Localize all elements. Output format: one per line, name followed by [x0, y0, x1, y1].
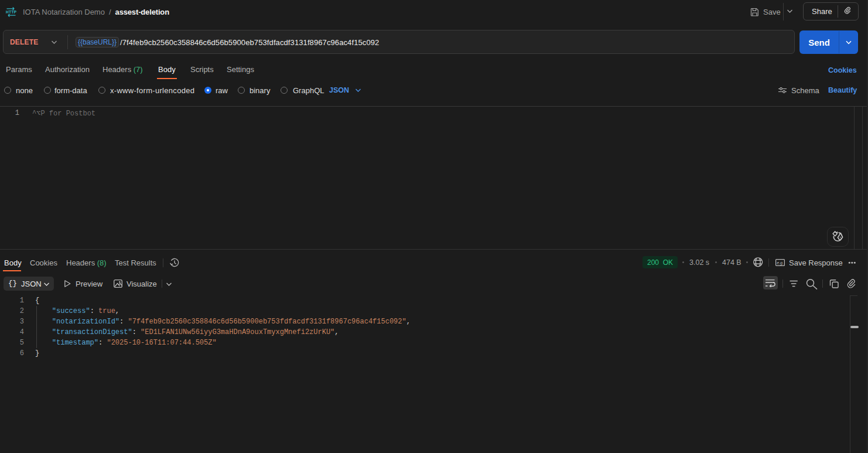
svg-text:HTTP: HTTP [6, 10, 16, 14]
svg-text:e.g.: e.g. [777, 261, 784, 265]
